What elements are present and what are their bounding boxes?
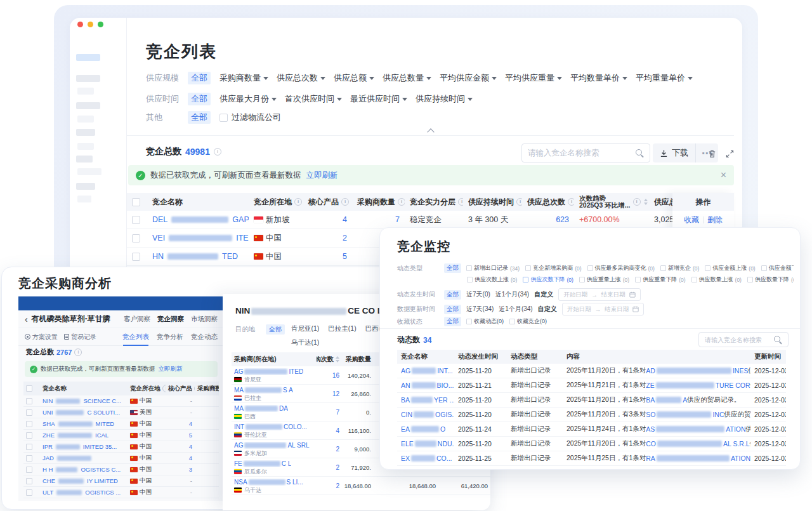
filter-all-badge[interactable]: 全部 xyxy=(188,111,211,124)
filter-dropdown-供应持续时间[interactable]: 供应持续时间 xyxy=(416,93,473,105)
monitor-filter-option[interactable]: 竞企新增采购商(0) xyxy=(525,264,581,272)
quick-option[interactable]: 近1个月(34) xyxy=(495,290,529,299)
checkbox-icon[interactable] xyxy=(26,489,32,496)
destination-chip-乌干达(1)[interactable]: 乌干达(1) xyxy=(291,338,319,347)
destination-chip-肯尼亚(1)[interactable]: 肯尼亚(1) xyxy=(291,324,319,333)
close-icon[interactable]: × xyxy=(721,170,726,180)
search-input[interactable] xyxy=(705,336,774,343)
custom-range-label[interactable]: 自定义 xyxy=(534,290,553,299)
filter-all-badge[interactable]: 全部 xyxy=(266,324,285,335)
filter-all-badge[interactable]: 全部 xyxy=(188,72,211,84)
monitor-filter-option[interactable]: 新增出口记录(34) xyxy=(466,264,520,272)
filter-dropdown-供应总次数[interactable]: 供应总次数 xyxy=(277,72,325,84)
subtab-竞企列表[interactable]: 竞企列表 xyxy=(122,333,149,342)
sort-icon[interactable] xyxy=(644,199,648,205)
filter-dropdown-平均数量单价[interactable]: 平均数量单价 xyxy=(570,72,627,84)
mini-competitor-row[interactable]: UNIC SOLUTI...美国- xyxy=(23,407,219,418)
filter-dropdown-平均供应重量[interactable]: 平均供应重量 xyxy=(505,72,562,84)
monitor-filter-option[interactable]: 供应次数下降(0) xyxy=(523,275,573,284)
monitor-filter-option[interactable]: 供应次数上涨(0) xyxy=(467,275,517,284)
checkbox-icon[interactable] xyxy=(26,398,32,404)
filter-logistics-checkbox[interactable]: 过滤物流公司 xyxy=(219,112,281,123)
checkbox-icon[interactable] xyxy=(579,277,585,282)
sort-icon[interactable] xyxy=(336,356,339,362)
monitor-activity-row[interactable]: AGINT...2025-11-20新增出口记录2025年11月20日，有1条对… xyxy=(397,364,786,378)
mini-competitor-row[interactable]: ULTOGISTICS ...中国- xyxy=(23,487,219,498)
checkbox-icon[interactable] xyxy=(635,277,641,282)
checkbox-icon[interactable] xyxy=(132,234,140,242)
monitor-activity-row[interactable]: EXCO...2025-11-25新增出口记录2025年11月25日，有1条对R… xyxy=(397,451,786,466)
monitor-filter-option[interactable]: 供应金额上涨(0) xyxy=(705,264,755,272)
checkbox-icon[interactable] xyxy=(26,385,32,392)
checkbox-icon[interactable] xyxy=(691,277,697,282)
delete-action[interactable]: 删除 xyxy=(707,215,723,225)
checkbox-icon[interactable] xyxy=(509,319,515,324)
monitor-filter-option[interactable]: 收藏竞企(0) xyxy=(509,317,547,326)
checkbox-icon[interactable] xyxy=(26,421,32,427)
purchaser-name-link[interactable]: INTCOLO... xyxy=(234,423,307,430)
filter-dropdown-供应最大月份[interactable]: 供应最大月份 xyxy=(219,93,277,105)
filter-all-badge[interactable]: 全部 xyxy=(444,305,461,314)
quick-option[interactable]: 近7天(34) xyxy=(466,305,494,314)
monitor-activity-row[interactable]: ANBIO...2025-11-21新增出口记录2025年11月21日，有1条对… xyxy=(397,378,786,393)
checkbox-icon[interactable] xyxy=(26,478,32,484)
monitor-filter-option[interactable]: 供应最多采购商变化(0) xyxy=(587,264,655,272)
purchaser-name-link[interactable]: AGITED xyxy=(234,368,303,375)
checkbox-icon[interactable] xyxy=(26,444,32,450)
checkbox-icon[interactable] xyxy=(587,265,593,271)
purchaser-name-link[interactable]: MADA xyxy=(234,405,288,412)
filter-dropdown-最近供应时间[interactable]: 最近供应时间 xyxy=(350,93,407,105)
checkbox-icon[interactable] xyxy=(466,319,472,324)
date-range-input[interactable]: 开始日期 → 结束日期 xyxy=(562,303,645,315)
date-range-input[interactable]: 开始日期 → 结束日期 xyxy=(558,288,641,301)
mini-competitor-row[interactable]: SHAMITED中国4 xyxy=(23,418,219,430)
monitor-filter-option[interactable]: 供应金额下降(0) xyxy=(761,264,794,272)
checkbox-icon[interactable] xyxy=(26,409,32,416)
subtab-竞争分析[interactable]: 竞争分析 xyxy=(157,333,183,342)
filter-dropdown-平均供应金额[interactable]: 平均供应金额 xyxy=(440,72,497,84)
mini-competitor-row[interactable]: CHEIY LIMITED中国- xyxy=(23,475,219,487)
quick-option[interactable]: 近1个月(34) xyxy=(499,305,532,314)
filter-dropdown-供应总数量[interactable]: 供应总数量 xyxy=(383,72,431,84)
checkbox-icon[interactable] xyxy=(26,467,32,473)
filter-all-badge[interactable]: 全部 xyxy=(444,290,461,300)
tab-市场洞察[interactable]: 市场洞察 xyxy=(191,315,218,324)
checkbox-icon[interactable] xyxy=(26,455,32,461)
checkbox-icon[interactable] xyxy=(132,253,140,261)
filter-all-badge[interactable]: 全部 xyxy=(444,263,461,273)
checkbox-icon[interactable] xyxy=(26,432,32,439)
tab-竞企洞察[interactable]: 竞企洞察 xyxy=(157,315,184,324)
checkbox-icon[interactable] xyxy=(705,265,710,271)
back-icon[interactable]: ‹ xyxy=(25,315,28,324)
mini-competitor-row[interactable]: JAD中国4 xyxy=(23,453,219,464)
monitor-activity-row[interactable]: ELENDU...2025-11-20新增出口记录2025年11月20日，有1条… xyxy=(397,437,786,451)
monitor-filter-option[interactable]: 新增竞企(0) xyxy=(660,264,699,272)
monitor-activity-row[interactable]: EAO2025-11-24新增出口记录2025年11月24日，有1条对ASATI… xyxy=(397,422,786,437)
mini-competitor-row[interactable]: IPRIMITED 35...中国4 xyxy=(23,441,219,453)
filter-dropdown-供应总额[interactable]: 供应总额 xyxy=(334,72,374,84)
checkbox-icon[interactable] xyxy=(747,277,753,282)
purchaser-name-link[interactable]: AGAL SRL xyxy=(234,442,310,449)
checkbox-icon[interactable] xyxy=(466,265,472,271)
purchaser-name-link[interactable]: NSAS LI... xyxy=(234,479,303,486)
checkbox-icon[interactable] xyxy=(467,277,473,282)
download-button[interactable]: 下载 xyxy=(653,143,695,163)
refresh-now-link[interactable]: 立即刷新 xyxy=(306,170,338,181)
mini-competitor-row[interactable]: NINSCIENCE C...中国- xyxy=(23,395,219,407)
monitor-filter-option[interactable]: 收藏动态(0) xyxy=(466,317,504,326)
checkbox-icon[interactable] xyxy=(132,198,140,206)
mini-competitor-row[interactable]: ZHEICAL中国5 xyxy=(23,430,219,441)
checkbox-icon[interactable] xyxy=(523,277,528,282)
destination-chip-巴拉圭(1)[interactable]: 巴拉圭(1) xyxy=(328,324,356,333)
purchaser-name-link[interactable]: MAS A xyxy=(234,387,293,394)
competitor-row[interactable]: DELGAP...新加坡47稳定竞企3 年 300 天623+6700.00%3… xyxy=(127,211,734,229)
purchaser-name-link[interactable]: FEC L xyxy=(234,460,291,467)
filter-all-badge[interactable]: 全部 xyxy=(188,93,211,105)
filter-dropdown-采购商数量[interactable]: 采购商数量 xyxy=(219,72,268,84)
checkbox-icon[interactable] xyxy=(761,265,767,271)
checkbox-icon[interactable] xyxy=(525,265,531,271)
monitor-filter-option[interactable]: 供应数量上涨(0) xyxy=(691,275,742,284)
filter-dropdown-平均重量单价[interactable]: 平均重量单价 xyxy=(636,72,693,84)
monitor-filter-option[interactable]: 供应重量下降(0) xyxy=(635,275,685,284)
scheme-settings-button[interactable]: 方案设置 xyxy=(25,333,58,342)
